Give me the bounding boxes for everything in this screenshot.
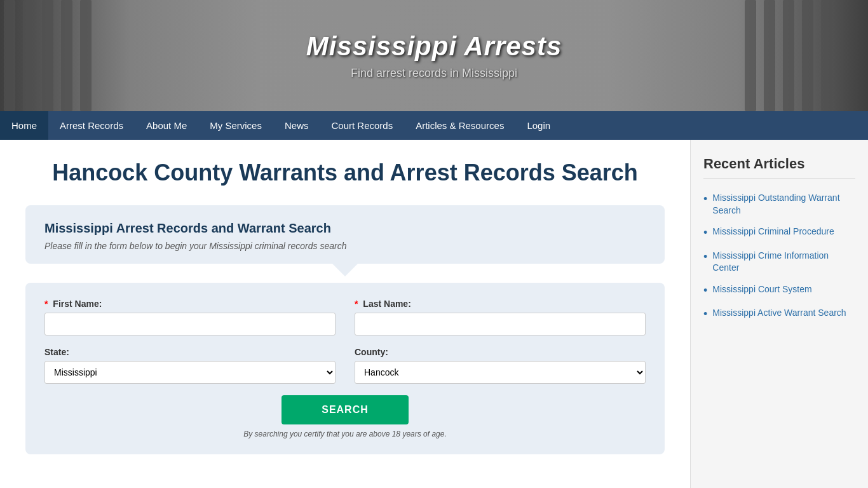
search-button[interactable]: SEARCH [281,395,409,424]
search-form-area: * First Name: * Last Name: State: Missi [25,283,665,454]
nav-link[interactable]: Court Records [320,111,404,140]
sidebar: Recent Articles Mississippi Outstanding … [690,140,868,488]
name-row: * First Name: * Last Name: [44,299,646,336]
site-subtitle: Find arrest records in Mississippi [306,67,562,80]
last-name-input[interactable] [355,313,646,336]
nav-item: About Me [135,111,198,140]
nav-link[interactable]: Arrest Records [48,111,135,140]
form-note: By searching you certify that you are ab… [44,430,646,438]
last-name-label: * Last Name: [355,299,646,309]
first-name-group: * First Name: [44,299,336,336]
nav-link[interactable]: Home [0,111,48,140]
nav-item: News [273,111,320,140]
nav-link[interactable]: Login [515,111,562,140]
first-name-input[interactable] [44,313,336,336]
bars-left-decoration [0,0,127,111]
main-container: Hancock County Warrants and Arrest Recor… [0,140,868,488]
nav-link[interactable]: About Me [135,111,198,140]
state-label: State: [44,347,336,357]
sidebar-article-item: Mississippi Court System [703,283,855,298]
arrow-down-icon [332,264,358,276]
last-name-group: * Last Name: [355,299,646,336]
first-name-label: * First Name: [44,299,336,309]
sidebar-article-link[interactable]: Mississippi Crime Information Center [712,250,855,274]
sidebar-article-item: Mississippi Outstanding Warrant Search [703,192,855,217]
sidebar-article-item: Mississippi Crime Information Center [703,250,855,274]
search-box-title: Mississippi Arrest Records and Warrant S… [44,221,646,236]
site-title: Mississippi Arrests [306,31,562,62]
required-star-last: * [355,299,358,309]
sidebar-article-link[interactable]: Mississippi Court System [712,283,811,296]
nav-item: Arrest Records [48,111,135,140]
sidebar-article-link[interactable]: Mississippi Active Warrant Search [712,307,846,320]
state-select[interactable]: MississippiAlabamaArkansasLouisianaTenne… [44,361,336,384]
search-header-box: Mississippi Arrest Records and Warrant S… [25,205,665,264]
search-box-subtitle: Please fill in the form below to begin y… [44,241,646,251]
sidebar-article-item: Mississippi Active Warrant Search [703,307,855,322]
main-content: Hancock County Warrants and Arrest Recor… [0,140,690,488]
article-list: Mississippi Outstanding Warrant SearchMi… [703,192,855,322]
county-select[interactable]: HancockHarrisonJacksonAdamsAlcorn [355,361,646,384]
nav-item: My Services [198,111,273,140]
sidebar-title: Recent Articles [703,156,855,179]
bars-right-decoration [741,0,868,111]
location-row: State: MississippiAlabamaArkansasLouisia… [44,347,646,384]
site-header: Mississippi Arrests Find arrest records … [0,0,868,111]
sidebar-article-link[interactable]: Mississippi Criminal Procedure [712,226,834,238]
nav-item: Articles & Resources [404,111,515,140]
sidebar-article-link[interactable]: Mississippi Outstanding Warrant Search [712,192,855,217]
required-star-first: * [44,299,48,309]
sidebar-article-item: Mississippi Criminal Procedure [703,226,855,240]
nav-link[interactable]: My Services [198,111,273,140]
county-label: County: [355,347,646,357]
state-group: State: MississippiAlabamaArkansasLouisia… [44,347,336,384]
main-nav: HomeArrest RecordsAbout MeMy ServicesNew… [0,111,868,140]
header-text: Mississippi Arrests Find arrest records … [306,31,562,80]
nav-link[interactable]: News [273,111,320,140]
page-title: Hancock County Warrants and Arrest Recor… [25,159,665,186]
nav-item: Court Records [320,111,404,140]
nav-item: Home [0,111,48,140]
nav-link[interactable]: Articles & Resources [404,111,515,140]
county-group: County: HancockHarrisonJacksonAdamsAlcor… [355,347,646,384]
nav-item: Login [515,111,562,140]
